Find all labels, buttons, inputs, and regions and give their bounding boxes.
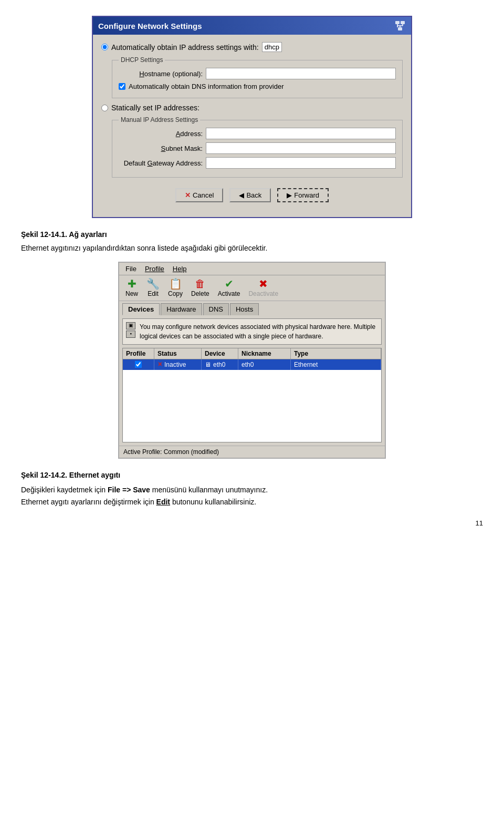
col-type: Type: [291, 348, 381, 359]
subnet-input[interactable]: [206, 142, 396, 154]
copy-button[interactable]: 📋 Copy: [165, 277, 186, 298]
svg-rect-2: [398, 27, 402, 30]
back-button[interactable]: ◀ Back: [229, 188, 271, 202]
dns-checkbox-row: Automatically obtain DNS information fro…: [119, 82, 396, 90]
hostname-input[interactable]: [206, 68, 396, 79]
edit-button[interactable]: 🔧 Edit: [143, 277, 163, 298]
cancel-icon: ✕: [185, 191, 191, 199]
caption-2: Şekil 12-14.2. Ethernet aygıtı Değişikle…: [21, 469, 483, 509]
info-icons: ▣ ▪: [126, 322, 135, 338]
tab-devices[interactable]: Devices: [122, 303, 160, 315]
statusbar: Active Profile: Common (modified): [119, 446, 385, 458]
gateway-input[interactable]: [206, 157, 396, 169]
col-profile: Profile: [123, 348, 154, 359]
table-row[interactable]: ✕ Inactive 🖥 eth0 eth0 Ethernet: [123, 359, 381, 370]
cancel-label: Cancel: [193, 191, 214, 199]
info-box: ▣ ▪ You may configure network devices as…: [122, 318, 382, 345]
network-manager-window: File Profile Help ✚ New 🔧 Edit 📋 Copy 🗑 …: [118, 262, 386, 459]
gateway-label: Default Gateway Address:: [119, 159, 203, 167]
device-list: Profile Status Device Nickname Type ✕ In…: [122, 348, 382, 442]
caption-1-text: Ethernet aygıtınızı yapılandırdıktan son…: [21, 242, 483, 254]
new-button[interactable]: ✚ New: [122, 277, 141, 298]
type-cell: Ethernet: [291, 359, 381, 370]
gateway-row: Default Gateway Address:: [119, 157, 396, 169]
activate-label: Activate: [218, 290, 240, 297]
caption-2-bold2: Edit: [156, 498, 170, 506]
profile-checkbox[interactable]: [135, 361, 142, 368]
device-icon: 🖥: [205, 361, 211, 368]
delete-label: Delete: [191, 290, 209, 297]
caption-1-title: Şekil 12-14.1. Ağ ayarları: [21, 229, 483, 240]
menu-profile[interactable]: Profile: [141, 264, 169, 274]
menubar: File Profile Help: [119, 263, 385, 275]
back-label: Back: [246, 191, 261, 199]
tab-dns[interactable]: DNS: [203, 303, 229, 315]
hostname-row: Hostname (optional):: [119, 68, 396, 79]
caption-2-text3: Ethernet aygıtı ayarlarını değiştirmek i…: [21, 498, 156, 506]
dialog-titlebar: Configure Network Settings: [93, 17, 411, 35]
subnet-label: Subnet Mask:: [119, 145, 203, 152]
dns-checkbox-label: Automatically obtain DNS information fro…: [129, 82, 284, 90]
tab-hosts[interactable]: Hosts: [230, 303, 259, 315]
caption-2-title: Şekil 12-14.2. Ethernet aygıtı: [21, 469, 483, 482]
address-label: Address:: [119, 130, 203, 138]
deactivate-icon: ✖: [259, 278, 268, 289]
auto-ip-radio[interactable]: [101, 44, 108, 50]
deactivate-button[interactable]: ✖ Deactivate: [245, 277, 281, 298]
static-ip-label: Statically set IP addresses:: [111, 104, 200, 112]
deactivate-label: Deactivate: [248, 290, 278, 297]
info-icon-1: ▣: [126, 322, 135, 329]
device-name: eth0: [213, 361, 225, 368]
page-number: 11: [21, 519, 483, 527]
delete-button[interactable]: 🗑 Delete: [188, 277, 213, 298]
copy-label: Copy: [168, 290, 183, 297]
caption-2-text1: Değişikleri kaydetmek için: [21, 486, 108, 494]
configure-network-dialog: Configure Network Settings Automatically…: [92, 16, 412, 218]
menu-help[interactable]: Help: [169, 264, 191, 274]
subnet-row: Subnet Mask:: [119, 142, 396, 154]
cancel-button[interactable]: ✕ Cancel: [175, 188, 223, 202]
dialog-title: Configure Network Settings: [98, 22, 202, 30]
address-row: Address:: [119, 128, 396, 139]
activate-icon: ✔: [225, 278, 234, 289]
col-nickname: Nickname: [238, 348, 291, 359]
auto-ip-row: Automatically obtain IP address settings…: [101, 42, 403, 52]
nickname-cell: eth0: [238, 359, 291, 370]
toolbar: ✚ New 🔧 Edit 📋 Copy 🗑 Delete ✔ Activate …: [119, 275, 385, 301]
inactive-x-icon: ✕: [158, 361, 162, 368]
tab-bar: Devices Hardware DNS Hosts: [119, 301, 385, 315]
device-cell: 🖥 eth0: [202, 359, 238, 370]
new-label: New: [125, 290, 138, 297]
forward-button[interactable]: ▶ Forward: [277, 188, 329, 202]
info-icon-2: ▪: [126, 331, 135, 338]
tab-hardware[interactable]: Hardware: [161, 303, 202, 315]
static-ip-radio[interactable]: [101, 105, 108, 111]
address-input[interactable]: [206, 128, 396, 139]
caption-1: Şekil 12-14.1. Ağ ayarları Ethernet aygı…: [21, 229, 483, 254]
manual-group-legend: Manual IP Address Settings: [119, 116, 200, 123]
back-icon: ◀: [239, 191, 244, 199]
activate-button[interactable]: ✔ Activate: [215, 277, 244, 298]
hostname-label: Hostname (optional):: [119, 70, 203, 78]
info-text: You may configure network devices associ…: [140, 322, 378, 341]
dns-checkbox[interactable]: [119, 83, 125, 90]
dhcp-groupbox: DHCP Settings Hostname (optional): Autom…: [112, 56, 403, 98]
menu-file[interactable]: File: [121, 264, 141, 274]
manual-ip-groupbox: Manual IP Address Settings Address: Subn…: [112, 116, 403, 178]
col-device: Device: [202, 348, 238, 359]
caption-2-text4: butonunu kullanabilirsiniz.: [170, 498, 256, 506]
delete-icon: 🗑: [195, 278, 205, 289]
status-cell: ✕ Inactive: [154, 359, 202, 370]
static-ip-row: Statically set IP addresses:: [101, 104, 403, 112]
new-icon: ✚: [128, 278, 136, 289]
copy-icon: 📋: [169, 278, 182, 289]
dialog-body: Automatically obtain IP address settings…: [93, 35, 411, 217]
dhcp-group-legend: DHCP Settings: [119, 56, 165, 64]
network-icon: [394, 20, 406, 32]
profile-check-cell: [123, 359, 154, 370]
dhcp-dropdown[interactable]: dhcp: [262, 42, 282, 52]
forward-icon: ▶: [287, 191, 292, 199]
auto-ip-label: Automatically obtain IP address settings…: [111, 43, 259, 51]
svg-rect-0: [395, 21, 400, 24]
caption-2-bold1: File => Save: [108, 486, 150, 494]
